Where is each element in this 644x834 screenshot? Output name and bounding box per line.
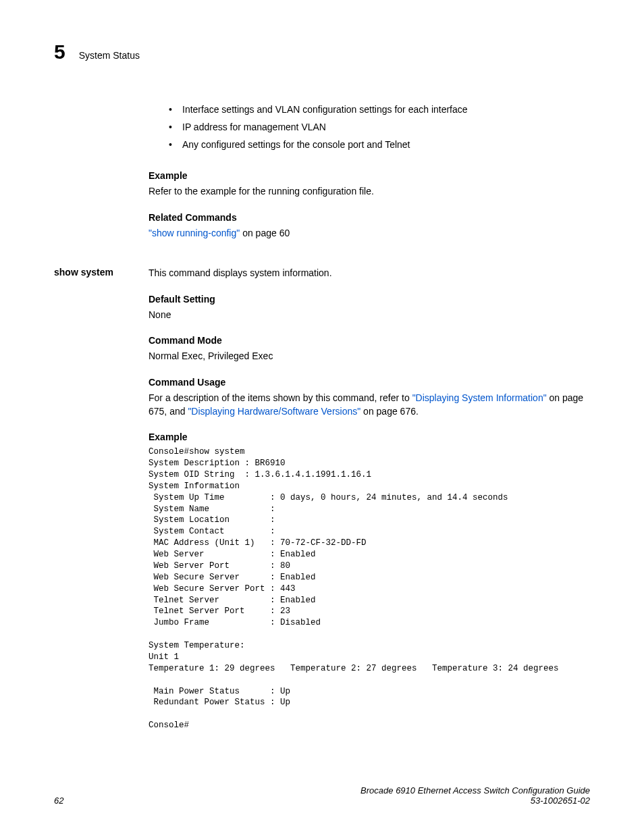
chapter-title: System Status [79,50,140,61]
example-heading: Example [149,170,590,181]
displaying-system-info-link[interactable]: "Displaying System Information" [412,392,547,403]
bullet-list: Interface settings and VLAN configuratio… [169,104,590,150]
usage-prefix: For a description of the items shown by … [149,392,412,403]
doc-number: 53-1002651-02 [360,796,590,806]
displaying-hw-sw-versions-link[interactable]: "Displaying Hardware/Software Versions" [188,406,360,417]
default-setting-heading: Default Setting [149,294,590,305]
default-setting-text: None [149,309,590,322]
book-title: Brocade 6910 Ethernet Access Switch Conf… [360,785,590,796]
page-number: 62 [54,796,63,806]
chapter-number: 5 [54,41,65,63]
list-item: IP address for management VLAN [169,122,590,132]
related-commands-heading: Related Commands [149,212,590,223]
command-section: show system This command displays system… [54,252,590,731]
list-item: Any configured settings for the console … [169,139,590,150]
related-commands-text: "show running-config" on page 60 [149,227,590,240]
page: 5 System Status Interface settings and V… [0,0,644,834]
command-intro: This command displays system information… [149,267,590,280]
list-item: Interface settings and VLAN configuratio… [169,104,590,115]
command-usage-text: For a description of the items shown by … [149,392,590,418]
show-running-config-link[interactable]: "show running-config" [149,228,240,238]
example-text: Refer to the example for the running con… [149,185,590,199]
command-name: show system [54,267,149,278]
footer-right: Brocade 6910 Ethernet Access Switch Conf… [360,785,590,806]
command-usage-heading: Command Usage [149,377,590,388]
upper-content: Interface settings and VLAN configuratio… [149,104,590,240]
example2-heading: Example [149,432,590,442]
page-footer: 62 Brocade 6910 Ethernet Access Switch C… [54,785,590,806]
command-mode-text: Normal Exec, Privileged Exec [149,350,590,363]
command-mode-heading: Command Mode [149,335,590,346]
console-output: Console#show system System Description :… [149,446,590,731]
usage-suffix: on page 676. [360,406,419,417]
page-header: 5 System Status [54,41,590,63]
related-commands-suffix: on page 60 [240,228,290,238]
